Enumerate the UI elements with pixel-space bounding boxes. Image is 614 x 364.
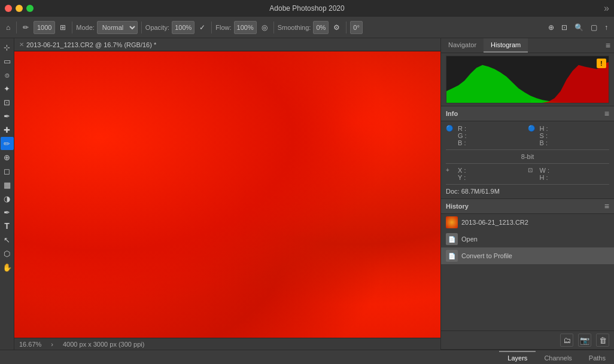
brush-options-icon: ⊞ xyxy=(60,23,66,32)
path-select-tool[interactable]: ↖ xyxy=(1,233,14,246)
angle-display[interactable]: 0° xyxy=(350,21,363,34)
traffic-lights xyxy=(5,5,34,12)
info-color-row: 🔵 R : G : B : 🔵 H : S : B : xyxy=(441,124,614,148)
pen-tool[interactable]: ✒ xyxy=(1,206,14,219)
search-icon: 🔍 xyxy=(575,23,583,32)
lasso-tool[interactable]: ⌾ xyxy=(1,68,14,81)
history-item-active[interactable]: 📄 Convert to Profile xyxy=(441,247,614,264)
right-panel: Navigator Histogram ≡ ! xyxy=(440,38,614,350)
info-panel: Info ≡ 🔵 R : G : B : 🔵 xyxy=(441,106,614,199)
history-item-icon: 📄 xyxy=(446,250,458,262)
flow-display[interactable]: 100% xyxy=(234,21,257,34)
eraser-tool[interactable]: ◻ xyxy=(1,164,14,178)
brush-options-button[interactable]: ⊞ xyxy=(57,22,68,33)
document-info: 4000 px x 3000 px (300 ppi) xyxy=(63,341,144,348)
tab-histogram[interactable]: Histogram xyxy=(484,38,528,53)
share-icon: ↑ xyxy=(604,23,608,32)
tab-paths[interactable]: Paths xyxy=(580,351,614,364)
brush-tool-button[interactable]: ✏ xyxy=(20,22,31,33)
tab-navigator[interactable]: Navigator xyxy=(441,38,484,53)
airbrush-button[interactable]: ◎ xyxy=(259,22,270,33)
toolbar-divider-5 xyxy=(273,22,274,33)
close-button[interactable] xyxy=(5,5,12,12)
smoothing-display[interactable]: 0% xyxy=(313,21,329,34)
move-tool[interactable]: ⊹ xyxy=(1,41,14,54)
mode-label: Mode: xyxy=(76,24,95,31)
search-button[interactable]: 🔍 xyxy=(572,22,586,33)
expand-icon[interactable]: » xyxy=(604,3,609,14)
history-header: History ≡ xyxy=(441,199,614,214)
hand-tool[interactable]: ✋ xyxy=(1,261,14,274)
create-snapshot-button[interactable]: 📷 xyxy=(578,334,591,347)
select-subject-button[interactable]: ⊡ xyxy=(559,22,570,33)
select-subject-icon: ⊡ xyxy=(561,23,567,32)
info-cell-rgb: 🔵 R : G : B : xyxy=(446,125,528,146)
airbrush-icon: ◎ xyxy=(262,23,268,32)
app-title: Adobe Photoshop 2020 xyxy=(269,4,344,13)
history-panel: History ≡ 2013-06-21_1213.CR2 📄 Open 📄 C… xyxy=(441,199,614,350)
doc-size: Doc: 68.7M/61.9M xyxy=(446,188,500,195)
shape-tool[interactable]: ⬡ xyxy=(1,247,14,260)
history-title: History xyxy=(446,203,604,210)
tab-layers[interactable]: Layers xyxy=(499,351,536,364)
history-list: 2013-06-21_1213.CR2 📄 Open 📄 Convert to … xyxy=(441,214,614,331)
gradient-tool[interactable]: ▦ xyxy=(1,178,14,191)
info-separator-2 xyxy=(446,163,609,164)
info-menu-icon[interactable]: ≡ xyxy=(604,109,609,118)
arrow-icon: › xyxy=(51,341,53,348)
history-menu-icon[interactable]: ≡ xyxy=(604,201,609,211)
text-tool[interactable]: T xyxy=(1,219,14,233)
left-toolbar: ⊹ ▭ ⌾ ✦ ⊡ ✒ ✚ ✏ ⊕ ◻ ▦ ◑ ✒ T ↖ ⬡ ✋ xyxy=(0,38,14,350)
maximize-button[interactable] xyxy=(26,5,34,12)
canvas-tab: ✕ 2013-06-21_1213.CR2 @ 16.7% (RGB/16) * xyxy=(14,38,440,51)
share-button[interactable]: ↑ xyxy=(602,22,610,33)
dodge-tool[interactable]: ◑ xyxy=(1,192,14,205)
history-item[interactable]: 2013-06-21_1213.CR2 xyxy=(441,214,614,231)
history-item-label: Convert to Profile xyxy=(461,252,512,259)
histogram-warning: ! xyxy=(597,59,606,68)
create-document-button[interactable]: 🗂 xyxy=(560,334,573,347)
minimize-button[interactable] xyxy=(16,5,23,12)
toolbar-divider-2 xyxy=(72,22,72,33)
clone-tool[interactable]: ⊕ xyxy=(1,151,14,164)
histogram-display: ! xyxy=(446,56,609,103)
panel-menu-icon[interactable]: ≡ xyxy=(602,38,614,53)
tab-channels[interactable]: Channels xyxy=(536,351,580,364)
toolbar: ⌂ ✏ ⊞ Mode: Normal Multiply Screen Opaci… xyxy=(0,17,614,38)
info-separator-1 xyxy=(446,149,609,150)
info-cell-hsb: 🔵 H : S : B : xyxy=(528,125,610,146)
smoothing-settings-button[interactable]: ⚙ xyxy=(331,22,342,33)
brush-size-input[interactable] xyxy=(34,21,55,34)
flower-image xyxy=(14,51,440,338)
tab-title: 2013-06-21_1213.CR2 @ 16.7% (RGB/16) * xyxy=(26,41,156,48)
delete-state-button[interactable]: 🗑 xyxy=(596,334,609,347)
check-button[interactable]: ✓ xyxy=(197,22,208,33)
opacity-display[interactable]: 100% xyxy=(172,21,194,34)
tab-close-icon[interactable]: ✕ xyxy=(19,41,24,48)
history-item[interactable]: 📄 Open xyxy=(441,231,614,247)
toolbar-divider-6 xyxy=(346,22,346,33)
eyedropper-icon: 🔵 xyxy=(446,125,455,131)
resize-icon: ⊡ xyxy=(528,167,537,173)
smoothing-label: Smoothing: xyxy=(278,24,311,31)
eyedropper2-icon: 🔵 xyxy=(528,125,537,131)
canvas-image[interactable] xyxy=(14,51,440,338)
eyedropper-tool[interactable]: ✒ xyxy=(1,109,14,123)
toolbar-divider-4 xyxy=(211,22,212,33)
warning-icon: ! xyxy=(600,60,602,67)
home-button[interactable]: ⌂ xyxy=(4,22,13,33)
crosshair-icon: + xyxy=(446,167,455,173)
info-position-row: + X : Y : ⊡ W : H : xyxy=(441,166,614,182)
canvas-area: ✕ 2013-06-21_1213.CR2 @ 16.7% (RGB/16) *… xyxy=(14,38,440,350)
history-thumbnail xyxy=(446,216,458,228)
marquee-tool[interactable]: ▭ xyxy=(1,54,14,68)
pressure-button[interactable]: ⊕ xyxy=(546,22,557,33)
wand-tool[interactable]: ✦ xyxy=(1,82,14,95)
crop-tool[interactable]: ⊡ xyxy=(1,96,14,109)
heal-tool[interactable]: ✚ xyxy=(1,123,14,136)
info-content: 🔵 R : G : B : 🔵 H : S : B : xyxy=(441,121,614,198)
brush-tool[interactable]: ✏ xyxy=(1,137,14,150)
title-bar: Adobe Photoshop 2020 » xyxy=(0,0,614,17)
mode-select[interactable]: Normal Multiply Screen xyxy=(97,21,138,34)
window-button[interactable]: ▢ xyxy=(588,22,600,33)
